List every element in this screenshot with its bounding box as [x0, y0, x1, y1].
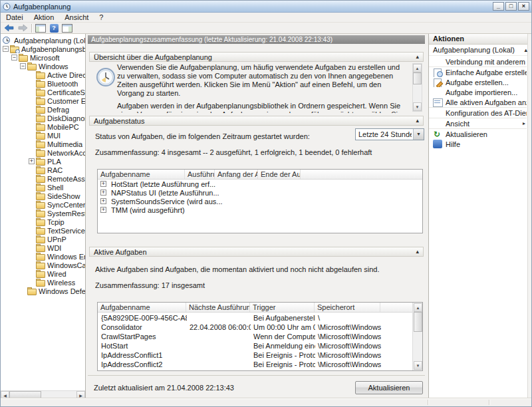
task-status-row[interactable]: +SystemSoundsService (wird aus... — [98, 197, 422, 205]
scroll-down-icon[interactable]: ▼ — [414, 361, 422, 370]
actions-scrollbar-track[interactable] — [527, 34, 532, 399]
expand-row-icon[interactable]: + — [100, 198, 106, 204]
collapse-icon[interactable]: ▴ — [416, 118, 419, 124]
tree-item[interactable]: RAC — [1, 166, 85, 174]
column-header[interactable]: Aufgabenname — [98, 170, 185, 179]
expand-row-icon[interactable]: + — [100, 190, 106, 196]
table-header-row: AufgabennameAusführu...Anfang der Au...E… — [98, 170, 422, 180]
task-status-row[interactable]: +HotStart (letzte Ausführung erf... — [98, 180, 422, 188]
action-item[interactable]: Hilfe — [429, 139, 527, 149]
period-dropdown[interactable]: Letzte 24 Stunden ▼ — [355, 128, 424, 140]
menu-hilfe[interactable]: ? — [94, 13, 108, 23]
tree-item[interactable]: SystemRestore — [1, 209, 85, 217]
action-item[interactable]: Ansicht▸ — [429, 118, 527, 129]
tree-item[interactable]: Active Director — [1, 70, 85, 79]
column-header[interactable]: Trigger — [250, 303, 315, 312]
tree-item[interactable]: RemoteAssista — [1, 174, 85, 183]
tree-item[interactable]: TextServicesFra — [1, 226, 85, 235]
back-button[interactable] — [3, 23, 16, 33]
minus-expander-icon[interactable]: − — [3, 46, 9, 52]
active-task-row[interactable]: HotStartBei Anmeldung eines Be...\Micros… — [98, 341, 412, 350]
scroll-up-icon[interactable]: ▲ — [414, 303, 422, 312]
task-status-row[interactable]: +TMM (wird ausgeführt) — [98, 205, 422, 214]
action-item[interactable]: Aufgabe importieren... — [429, 87, 527, 97]
overview-scrollbar[interactable]: ▲ ▼ — [412, 63, 422, 112]
tree-item[interactable]: Wired — [1, 269, 85, 278]
column-header[interactable]: Speicherort — [315, 303, 380, 312]
scroll-up-icon[interactable]: ▲ — [413, 64, 422, 72]
tree-item[interactable]: Shell — [1, 183, 85, 192]
column-header[interactable]: Ende der Ausf... — [258, 170, 301, 179]
action-item[interactable]: Verbindung mit anderem Comp... — [429, 57, 527, 67]
forward-button[interactable] — [16, 23, 29, 33]
tree-item[interactable]: Windows Error — [1, 252, 85, 261]
tree-item[interactable]: Bluetooth — [1, 79, 85, 88]
actions-group-header[interactable]: Aufgabenplanung (Lokal) ▴ — [429, 45, 532, 56]
expand-row-icon[interactable]: + — [100, 207, 106, 213]
active-task-row[interactable]: IpAddressConflict1Bei Ereignis - Protoko… — [98, 350, 412, 360]
tree-item[interactable]: Tcpip — [1, 217, 85, 226]
scroll-down-icon[interactable]: ▼ — [413, 102, 422, 111]
tree-item[interactable]: UPnP — [1, 235, 85, 243]
expand-row-icon[interactable]: + — [100, 181, 106, 187]
tree-item[interactable]: Multimedia — [1, 140, 85, 148]
overview-section-header[interactable]: Übersicht über die Aufgabenplanung ▴ — [89, 52, 424, 62]
scrollbar-thumb[interactable] — [413, 72, 422, 84]
tree-item[interactable]: Windows Defender — [1, 287, 85, 295]
menu-datei[interactable]: Datei — [1, 13, 29, 23]
task-status-row[interactable]: +NAPStatus UI (letzte Ausführun... — [98, 188, 422, 197]
toolbar-help-button[interactable]: ? — [47, 23, 61, 33]
minus-expander-icon[interactable]: − — [20, 63, 26, 69]
tree-item[interactable]: −Aufgabenplanungsbibliothek — [1, 45, 85, 53]
tree-item[interactable]: −Windows — [1, 62, 85, 70]
column-header[interactable]: Nächste Ausführungszeit — [186, 303, 250, 312]
tree-item[interactable]: WDI — [1, 243, 85, 252]
action-item[interactable]: Aktualisieren — [429, 129, 527, 139]
tree-item[interactable]: MobilePC — [1, 122, 85, 131]
column-header[interactable]: Ausführu... — [185, 170, 215, 179]
active-tasks-section-header[interactable]: Aktive Aufgaben ▴ — [89, 247, 424, 257]
action-item[interactable]: Alle aktiven Aufgaben anzeigen — [429, 97, 527, 108]
action-pane-toggle-button[interactable] — [61, 23, 74, 33]
tree-item[interactable]: Aufgabenplanung (Lokal) — [1, 36, 85, 45]
tree-item[interactable]: Defrag — [1, 105, 85, 114]
tree-item[interactable]: −Microsoft — [1, 53, 85, 62]
action-item[interactable]: Konfiguration des AT-Dienstko... — [429, 108, 527, 118]
tree-item[interactable]: Wireless — [1, 278, 85, 287]
tree-item[interactable]: MUI — [1, 131, 85, 140]
tree-item[interactable]: NetworkAcces — [1, 148, 85, 157]
menu-aktion[interactable]: Aktion — [29, 13, 60, 23]
tree-item[interactable]: SideShow — [1, 192, 85, 200]
tree-item[interactable]: WindowsCaler — [1, 261, 85, 269]
collapse-icon[interactable]: ▴ — [416, 54, 419, 60]
minus-expander-icon[interactable]: − — [11, 55, 17, 61]
dropdown-arrow-icon[interactable]: ▼ — [413, 129, 424, 140]
action-item[interactable]: Einfache Aufgabe erstellen... — [429, 67, 527, 77]
tree-item[interactable]: SyncCenter — [1, 200, 85, 209]
titlebar[interactable]: Aufgabenplanung _ □ × — [1, 1, 531, 13]
task-status-section-header[interactable]: Aufgabenstatus ▴ — [89, 116, 424, 126]
menu-ansicht[interactable]: Ansicht — [59, 13, 94, 23]
collapse-icon[interactable]: ▴ — [416, 249, 419, 255]
active-tasks-scrollbar[interactable]: ▲ ▼ — [412, 303, 422, 370]
scrollbar-thumb[interactable] — [414, 312, 422, 332]
active-task-row[interactable]: IpAddressConflict2Bei Ereignis - Protoko… — [98, 360, 412, 369]
plus-expander-icon[interactable]: + — [29, 158, 35, 164]
column-header[interactable]: Aufgabenname — [98, 303, 186, 312]
tree-item[interactable]: CertificateServ — [1, 88, 85, 96]
tree-item[interactable]: +PLA — [1, 157, 85, 166]
active-task-row[interactable]: LPRemoveBei Leerlauf - Trigger ...\Micro… — [98, 369, 412, 370]
active-task-row[interactable]: {5A8929DE-00F9-456C-A8AB-703E...Bei Aufg… — [98, 313, 412, 323]
column-header[interactable]: Anfang der Au... — [215, 170, 258, 179]
console-tree-panel: Aufgabenplanung (Lokal)−Aufgabenplanungs… — [1, 34, 86, 399]
active-task-row[interactable]: CrawlStartPagesWenn der Computer ina...\… — [98, 332, 412, 341]
console-tree-toggle-button[interactable] — [34, 23, 47, 33]
refresh-button[interactable]: Aktualisieren — [355, 381, 423, 394]
tree-item[interactable]: Customer Expe — [1, 96, 85, 105]
close-button[interactable]: × — [518, 2, 529, 11]
maximize-button[interactable]: □ — [505, 2, 517, 11]
tree-item[interactable]: DiskDiagnostic — [1, 114, 85, 122]
minimize-button[interactable]: _ — [493, 2, 504, 11]
active-task-row[interactable]: Consolidator22.04.2008 06:00:00Um 00:00 … — [98, 323, 412, 332]
action-item[interactable]: Aufgabe erstellen... — [429, 77, 527, 87]
